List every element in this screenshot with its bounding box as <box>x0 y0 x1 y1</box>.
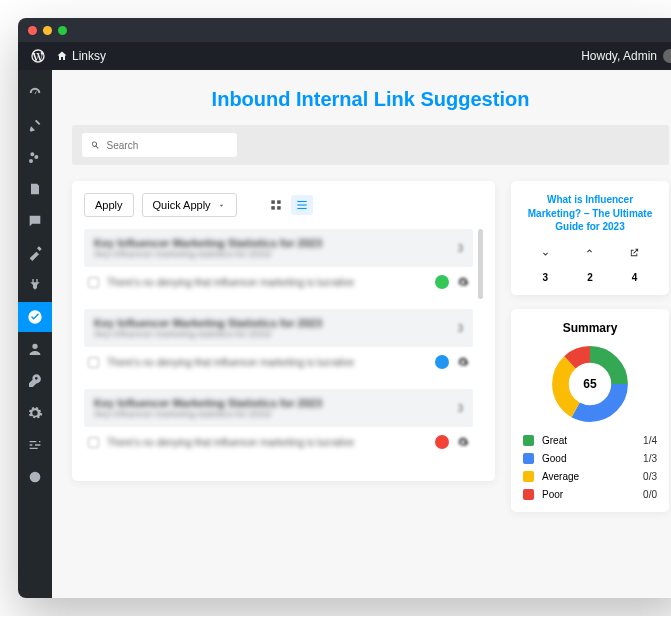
suggestion-row[interactable]: There's no denying that influencer marke… <box>84 347 473 377</box>
legend-row: Good1/3 <box>523 453 657 464</box>
stat-outbound-value: 2 <box>584 272 595 283</box>
legend-value: 0/3 <box>643 471 657 482</box>
suggestion-block: Key Influencer Marketing Statistics for … <box>84 389 473 457</box>
legend-swatch <box>523 435 534 446</box>
page-title: Inbound Internal Link Suggestion <box>72 88 669 111</box>
window-zoom-icon[interactable] <box>58 26 67 35</box>
svg-rect-4 <box>297 201 306 202</box>
summary-score: 65 <box>571 365 609 403</box>
legend-value: 0/0 <box>643 489 657 500</box>
status-dot-icon <box>435 435 449 449</box>
svg-rect-5 <box>297 204 306 205</box>
checkbox[interactable] <box>88 437 99 448</box>
sidebar-item-tools[interactable] <box>18 366 52 396</box>
legend-row: Great1/4 <box>523 435 657 446</box>
legend-value: 1/4 <box>643 435 657 446</box>
sidebar-item-sliders[interactable] <box>18 430 52 460</box>
main-content: Inbound Internal Link Suggestion Apply Q… <box>52 70 671 598</box>
sidebar-item-media[interactable] <box>18 142 52 172</box>
sidebar-item-comments[interactable] <box>18 206 52 236</box>
window-close-icon[interactable] <box>28 26 37 35</box>
summary-card: Summary 65 Great1/4Good1/3Average0/3Poor… <box>511 309 669 512</box>
sidebar-item-appearance[interactable] <box>18 238 52 268</box>
sidebar-item-pages[interactable] <box>18 174 52 204</box>
status-dot-icon <box>435 275 449 289</box>
arrow-up-icon <box>584 247 595 258</box>
legend-label: Great <box>542 435 643 446</box>
suggestion-block: Key Influencer Marketing Statistics for … <box>84 309 473 377</box>
svg-rect-2 <box>271 206 275 210</box>
greeting-text: Howdy, Admin <box>581 49 657 63</box>
settings-icon[interactable] <box>457 276 469 288</box>
legend-swatch <box>523 471 534 482</box>
svg-rect-0 <box>271 200 275 204</box>
stat-inbound-value: 3 <box>540 272 551 283</box>
legend-swatch <box>523 489 534 500</box>
legend-label: Poor <box>542 489 643 500</box>
settings-icon[interactable] <box>457 436 469 448</box>
checkbox[interactable] <box>88 277 99 288</box>
search-input[interactable] <box>107 140 229 151</box>
suggestions-panel: Apply Quick Apply Key Influencer Marketi… <box>72 181 495 481</box>
stat-external-value: 4 <box>629 272 640 283</box>
legend-label: Good <box>542 453 643 464</box>
scrollbar-thumb[interactable] <box>478 229 483 299</box>
suggestion-block: Key Influencer Marketing Statistics for … <box>84 229 473 297</box>
list-view-button[interactable] <box>291 195 313 215</box>
wp-admin-bar: Linksy Howdy, Admin <box>18 42 671 70</box>
sidebar-collapse[interactable] <box>18 462 52 492</box>
quick-apply-button[interactable]: Quick Apply <box>142 193 237 217</box>
related-post-link[interactable]: What is Influencer Marketing? – The Ulti… <box>523 193 657 234</box>
suggestion-header[interactable]: Key Influencer Marketing Statistics for … <box>84 389 473 427</box>
chevron-down-icon <box>217 201 226 210</box>
summary-donut-chart: 65 <box>551 345 629 423</box>
related-post-card: What is Influencer Marketing? – The Ulti… <box>511 181 669 295</box>
svg-rect-3 <box>277 206 281 210</box>
legend-value: 1/3 <box>643 453 657 464</box>
wp-sidebar <box>18 70 52 598</box>
suggestion-row[interactable]: There's no denying that influencer marke… <box>84 267 473 297</box>
admin-greeting[interactable]: Howdy, Admin <box>581 49 671 63</box>
status-dot-icon <box>435 355 449 369</box>
stat-outbound: 2 <box>584 244 595 283</box>
window-minimize-icon[interactable] <box>43 26 52 35</box>
quick-apply-label: Quick Apply <box>153 199 211 211</box>
apply-button[interactable]: Apply <box>84 193 134 217</box>
sidebar-item-dashboard[interactable] <box>18 78 52 108</box>
app-window: Linksy Howdy, Admin Inbound Internal Lin… <box>18 18 671 598</box>
stat-inbound: 3 <box>540 244 551 283</box>
sidebar-item-users[interactable] <box>18 334 52 364</box>
external-link-icon <box>629 247 640 258</box>
home-icon[interactable]: Linksy <box>56 49 106 63</box>
avatar <box>663 49 671 63</box>
svg-rect-1 <box>277 200 281 204</box>
legend-swatch <box>523 453 534 464</box>
settings-icon[interactable] <box>457 356 469 368</box>
wordpress-icon[interactable] <box>30 48 46 64</box>
sidebar-item-settings[interactable] <box>18 398 52 428</box>
arrow-down-icon <box>540 247 551 258</box>
suggestion-row[interactable]: There's no denying that influencer marke… <box>84 427 473 457</box>
suggestion-header[interactable]: Key Influencer Marketing Statistics for … <box>84 229 473 267</box>
suggestions-scroll: Key Influencer Marketing Statistics for … <box>84 229 483 457</box>
search-bar <box>72 125 669 165</box>
legend-label: Average <box>542 471 643 482</box>
stat-external: 4 <box>629 244 640 283</box>
suggestion-header[interactable]: Key Influencer Marketing Statistics for … <box>84 309 473 347</box>
legend-row: Poor0/0 <box>523 489 657 500</box>
site-name: Linksy <box>72 49 106 63</box>
grid-view-button[interactable] <box>265 195 287 215</box>
sidebar-item-linksy[interactable] <box>18 302 52 332</box>
legend-row: Average0/3 <box>523 471 657 482</box>
mac-titlebar <box>18 18 671 42</box>
checkbox[interactable] <box>88 357 99 368</box>
summary-title: Summary <box>523 321 657 335</box>
search-icon <box>90 139 101 151</box>
svg-rect-6 <box>297 208 306 209</box>
sidebar-item-posts[interactable] <box>18 110 52 140</box>
sidebar-item-plugins[interactable] <box>18 270 52 300</box>
